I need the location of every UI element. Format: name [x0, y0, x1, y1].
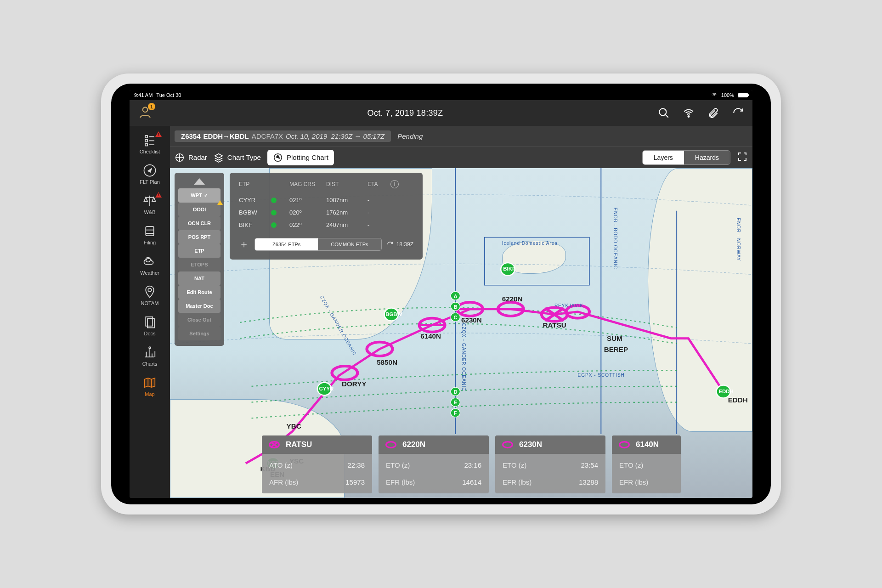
layers-hazards-segment[interactable]: Layers Hazards — [642, 150, 730, 165]
svg-point-2 — [688, 116, 689, 117]
crossed-ellipse-icon — [268, 441, 280, 449]
etp-info-icon[interactable]: i — [390, 180, 399, 188]
profile-badge: 1 — [148, 103, 155, 110]
waypoint-card-6230n[interactable]: 6230NETO (z)23:54EFR (lbs)13288 — [495, 435, 605, 493]
sidebar-item-docs[interactable]: Docs — [130, 311, 170, 340]
refresh-icon[interactable] — [732, 107, 744, 119]
flight-dep-date: Oct. 10, 2019 — [286, 132, 327, 140]
svg-point-9 — [148, 288, 152, 292]
sidebar-item-map[interactable]: Map — [130, 371, 170, 401]
map-panel-pos-rpt[interactable]: POS RPT — [178, 230, 220, 244]
plotting-label: Plotting Chart — [287, 153, 328, 161]
etp-col-crs: MAG CRS — [289, 181, 326, 187]
fullscreen-button[interactable] — [737, 151, 748, 164]
svg-point-1 — [659, 108, 666, 115]
map-panel-oooi[interactable]: OOOI — [178, 203, 220, 216]
chart-type-button[interactable]: Chart Type — [214, 153, 261, 163]
svg-text:YBC: YBC — [287, 423, 302, 430]
etp-add-button[interactable]: ＋ — [239, 237, 250, 251]
sidebar-label: Docs — [144, 331, 155, 336]
sidebar-label: FLT Plan — [140, 179, 160, 185]
svg-text:5850N: 5850N — [377, 359, 397, 366]
svg-text:BEREP: BEREP — [604, 346, 628, 353]
profile-button[interactable]: 1 — [138, 105, 153, 121]
sidebar-item-wb[interactable]: W&B — [130, 189, 170, 219]
label-norway: ENOR - NORWAY — [736, 218, 741, 261]
sidebar-item-notam[interactable]: NOTAM — [130, 280, 170, 310]
card-header: 6140N — [612, 435, 681, 454]
sidebar-item-weather[interactable]: Weather — [130, 250, 170, 279]
scales-icon — [143, 194, 157, 208]
plotting-chart-button[interactable]: Plotting Chart — [267, 150, 334, 165]
map-panel-etops[interactable]: ETOPS — [178, 258, 220, 271]
etp-row-cyyr[interactable]: CYYR021º1087nm- — [239, 194, 413, 206]
connectivity-icon[interactable] — [683, 107, 695, 119]
sidebar-item-fltplan[interactable]: FLT Plan — [130, 159, 170, 188]
alert-icon — [155, 192, 162, 198]
flight-dep-time: 21:30Z — [331, 132, 353, 140]
card-row: EFR (lbs)14614 — [379, 474, 489, 491]
status-dot-icon — [271, 222, 277, 228]
card-title: 6140N — [636, 440, 659, 449]
fix-6220n — [498, 302, 524, 316]
svg-text:SUM: SUM — [607, 335, 622, 342]
etp-panel: ETP MAG CRS DIST ETA i CYYR021º1087nm-BG… — [230, 173, 423, 260]
svg-text:A: A — [454, 294, 458, 299]
label-enob: ENOB - BODO OCEANIC — [613, 208, 618, 269]
etp-seg-common[interactable]: COMMON ETPs — [318, 238, 381, 250]
map-panel-etp[interactable]: ETP — [178, 244, 220, 258]
main-area: Checklist FLT Plan W&B Filing Wea — [130, 126, 752, 498]
svg-text:6230N: 6230N — [461, 317, 482, 323]
search-icon[interactable] — [658, 107, 670, 119]
sidebar-label: Map — [145, 391, 154, 397]
battery-icon — [738, 93, 748, 97]
etp-row-bikf[interactable]: BIKF022º2407nm- — [239, 219, 413, 231]
header-datetime: Oct. 7, 2019 18:39Z — [368, 108, 443, 118]
checklist-icon — [143, 133, 157, 147]
ellipse-icon — [502, 441, 514, 449]
attachment-icon[interactable] — [707, 107, 719, 119]
etp-row-bgbw[interactable]: BGBW020º1762nm- — [239, 206, 413, 219]
waypoint-card-strip[interactable]: RATSUATO (z)22:38AFR (lbs)159736220NETO … — [262, 435, 752, 493]
svg-rect-3 — [145, 136, 147, 138]
compass-icon — [143, 164, 157, 177]
waypoint-card-6140n[interactable]: 6140NETO (z)EFR (lbs) — [612, 435, 681, 493]
map-panel-ocn-clr[interactable]: OCN CLR — [178, 216, 220, 230]
map-canvas[interactable]: EDDHEDDH BIKF BGBW CYYR KBDLKBD A B C D … — [170, 168, 752, 498]
sidebar-label: Charts — [142, 361, 157, 367]
screen: 9:41 AM Tue Oct 30 100% 1 Oct. 7, 2019 1… — [130, 90, 752, 498]
radar-icon — [175, 153, 185, 163]
radar-button[interactable]: Radar — [175, 153, 207, 163]
map-panel-settings[interactable]: Settings — [178, 327, 220, 340]
flight-pill[interactable]: Z6354 EDDH→KBDL ADCFA7X Oct. 10, 2019 21… — [175, 130, 391, 142]
filing-icon — [143, 224, 157, 238]
sidebar-item-checklist[interactable]: Checklist — [130, 129, 170, 158]
sidebar-item-charts[interactable]: Charts — [130, 341, 170, 370]
map-toolbar: Radar Chart Type Plotting Chart — [170, 146, 752, 168]
waypoint-card-ratsu[interactable]: RATSUATO (z)22:38AFR (lbs)15973 — [262, 435, 372, 493]
flight-dest: KBDL — [230, 132, 249, 140]
map-panel-edit-route[interactable]: Edit Route — [178, 285, 220, 299]
sidebar-item-filing[interactable]: Filing — [130, 220, 170, 249]
layers-tab[interactable]: Layers — [643, 151, 684, 164]
map-panel-wpt[interactable]: WPT — [178, 188, 220, 203]
svg-text:BGBW: BGBW — [385, 311, 402, 317]
card-header: RATSU — [262, 435, 372, 454]
map-icon — [143, 376, 157, 390]
ios-status-bar: 9:41 AM Tue Oct 30 100% — [130, 90, 752, 100]
flight-origin: EDDH — [204, 132, 223, 140]
map-panel-nat[interactable]: NAT — [178, 271, 220, 285]
card-row: EFR (lbs) — [612, 474, 681, 491]
etp-seg-own[interactable]: Z6354 ETPs — [255, 238, 318, 250]
svg-text:F: F — [454, 411, 457, 416]
etp-segment[interactable]: Z6354 ETPs COMMON ETPs — [254, 238, 382, 251]
map-panel-close-out[interactable]: Close Out — [178, 313, 220, 327]
etp-refresh-button[interactable]: 18:39Z — [386, 241, 413, 248]
waypoint-card-6220n[interactable]: 6220NETO (z)23:16EFR (lbs)14614 — [379, 435, 489, 493]
sidebar-label: Weather — [140, 270, 159, 276]
hazards-tab[interactable]: Hazards — [684, 151, 730, 164]
panel-collapse-up-icon[interactable] — [194, 178, 205, 185]
sidebar-label: NOTAM — [141, 300, 159, 306]
status-date: Tue Oct 30 — [156, 92, 181, 98]
map-panel-master-doc[interactable]: Master Doc — [178, 299, 220, 313]
